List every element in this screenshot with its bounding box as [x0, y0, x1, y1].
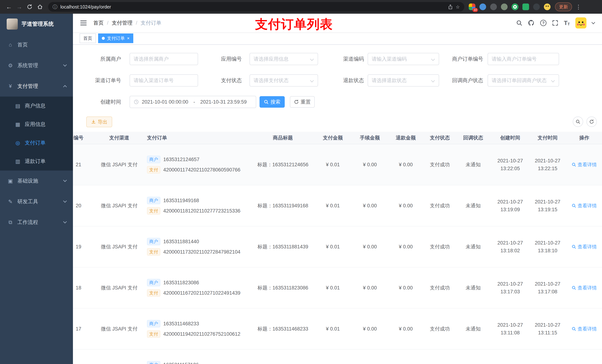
sidebar-item-pay-order[interactable]: ◎ 支付订单 [0, 134, 73, 152]
notify-status: 未通知 [466, 243, 481, 251]
payment-submenu: ▤ 商户信息 ▦ 应用信息 ◎ 支付订单 ▥ 退款订单 [0, 96, 73, 171]
channel-code-filter-label: 渠道编码 [316, 53, 364, 65]
create-time-range-input[interactable]: 2021-10-01 00:00:00 - 2021-10-31 23:59:5… [129, 96, 256, 108]
github-icon[interactable] [528, 20, 535, 26]
reset-button[interactable]: 重置 [290, 96, 315, 108]
date-end-value[interactable]: 2021-10-31 23:59:59 [200, 99, 247, 105]
merchant-input[interactable] [134, 56, 194, 62]
gear-icon: ⚙ [7, 62, 13, 69]
sidebar-item-system[interactable]: ⚙ 系统管理 [0, 55, 73, 76]
help-icon[interactable]: ? [540, 20, 547, 26]
close-icon[interactable]: × [127, 36, 129, 41]
sidebar-item-workflow[interactable]: ⧉ 工作流程 [0, 212, 73, 233]
create-date: 2021-10-27 [497, 280, 523, 288]
browser-back-button[interactable]: ← [4, 2, 14, 12]
tab-label: 支付订单 [107, 35, 125, 41]
search-icon[interactable] [516, 20, 522, 26]
tab-pay-order[interactable]: 支付订单 × [98, 33, 133, 43]
app-input[interactable] [254, 56, 314, 62]
sidebar-item-app-info[interactable]: ▦ 应用信息 [0, 115, 73, 134]
notify-status: 未通知 [466, 202, 481, 209]
app-filter-label: 应用编号 [194, 53, 242, 65]
extension-icon-green-circle[interactable] [512, 3, 518, 10]
view-detail-link[interactable]: 查看详情 [572, 243, 597, 251]
bookmark-star-icon[interactable]: ☆ [456, 4, 460, 10]
extension-icon-yellow-face[interactable] [544, 3, 550, 10]
pay-time: 13:11:15 [538, 329, 557, 337]
browser-reload-button[interactable] [24, 2, 35, 12]
breadcrumb-home[interactable]: 首页 [93, 20, 104, 26]
sidebar-item-infra[interactable]: ▣ 基础设施 [0, 171, 73, 191]
pay-time: 13:22:15 [538, 165, 557, 172]
col-header-title: 商品标题 [253, 132, 312, 144]
view-detail-link[interactable]: 查看详情 [572, 284, 597, 292]
col-header-create-time: 创建时间 [492, 132, 529, 144]
refresh-table-button[interactable] [586, 116, 597, 127]
extension-icon-green-chat[interactable] [522, 3, 529, 10]
export-button[interactable]: 导出 [86, 116, 112, 127]
search-button[interactable]: 搜索 [259, 96, 285, 108]
sidebar-item-label: 应用信息 [25, 121, 45, 128]
pay-time: 13:18:10 [538, 247, 557, 254]
pay-time: 13:17:08 [538, 288, 557, 296]
page-title-annotation: 支付订单列表 [255, 16, 333, 33]
avatar-caret-icon[interactable] [591, 21, 595, 24]
forward-icon: → [16, 3, 22, 10]
channel-order-no-input[interactable] [134, 78, 194, 83]
sidebar-item-dev-tools[interactable]: ✎ 研发工具 [0, 191, 73, 212]
toggle-search-button[interactable] [573, 116, 583, 127]
browser-forward-button[interactable]: → [14, 2, 24, 12]
goods-title: 标题：1635311468233 [258, 325, 308, 333]
pay-amount: ¥ 0.01 [326, 284, 340, 292]
merchant-no: 1635311949168 [163, 197, 199, 204]
pay-status: 支付成功 [430, 161, 450, 168]
sidebar-item-payment[interactable]: ¥ 支付管理 [0, 76, 73, 96]
refund-amount: ¥ 0.00 [399, 325, 413, 333]
notify-status-input[interactable] [492, 78, 555, 83]
sidebar-item-merchant-info[interactable]: ▤ 商户信息 [0, 96, 73, 115]
url-text: localhost:1024/pay/order [60, 4, 111, 10]
pay-status-filter-select[interactable] [249, 74, 318, 87]
notify-status-filter-select[interactable] [488, 74, 559, 87]
extension-icon-colorful[interactable]: 10 [469, 3, 475, 10]
sidebar-item-home[interactable]: ⌂ 首页 [0, 34, 73, 55]
hamburger-icon[interactable] [80, 21, 87, 25]
view-detail-label: 查看详情 [578, 202, 597, 209]
extension-icon-blue-drop[interactable] [479, 3, 486, 10]
view-detail-link[interactable]: 查看详情 [572, 202, 597, 209]
user-avatar[interactable] [575, 17, 586, 29]
merchant-filter-input[interactable] [129, 53, 198, 65]
fullscreen-icon[interactable] [552, 20, 558, 26]
refund-status-input[interactable] [372, 78, 435, 83]
pay-no-tag: 支付 [147, 207, 160, 215]
extension-icon-dark-puzzle[interactable] [533, 3, 540, 10]
merchant-order-no-filter-input[interactable] [488, 53, 559, 65]
app-filter-select[interactable] [249, 53, 318, 65]
view-detail-link[interactable]: 查看详情 [572, 161, 597, 168]
tab-home[interactable]: 首页 [80, 33, 96, 43]
merchant-no: 1635311823086 [163, 279, 199, 287]
breadcrumb-section[interactable]: 支付管理 [112, 20, 133, 26]
browser-home-button[interactable] [35, 2, 45, 12]
extension-icon-gray[interactable] [501, 3, 508, 10]
site-info-icon[interactable]: ⓘ [53, 4, 57, 10]
pay-date: 2021-10-27 [535, 321, 560, 329]
pay-status-input[interactable] [254, 78, 314, 83]
merchant-no-tag: 商户 [147, 320, 160, 327]
tab-label: 首页 [83, 35, 92, 41]
share-icon[interactable] [448, 4, 453, 10]
notify-status: 未通知 [466, 284, 481, 292]
search-icon [572, 245, 576, 249]
extension-icon-dark[interactable] [490, 3, 497, 10]
browser-menu-icon[interactable]: ⋮ [576, 4, 581, 10]
address-bar[interactable]: ⓘ localhost:1024/pay/order ☆ [48, 2, 464, 12]
channel-code-input[interactable] [372, 56, 435, 62]
view-detail-link[interactable]: 查看详情 [572, 325, 597, 333]
merchant-order-no-input[interactable] [492, 56, 555, 62]
channel-order-no-filter-input[interactable] [129, 74, 198, 87]
table-row: 商户1635311157126 支付 [73, 350, 602, 364]
sidebar-item-refund-order[interactable]: ▥ 退款订单 [0, 152, 73, 171]
browser-update-button[interactable]: 更新 [555, 2, 572, 11]
font-size-icon[interactable]: TT [564, 20, 570, 26]
date-start-value[interactable]: 2021-10-01 00:00:00 [142, 99, 188, 105]
